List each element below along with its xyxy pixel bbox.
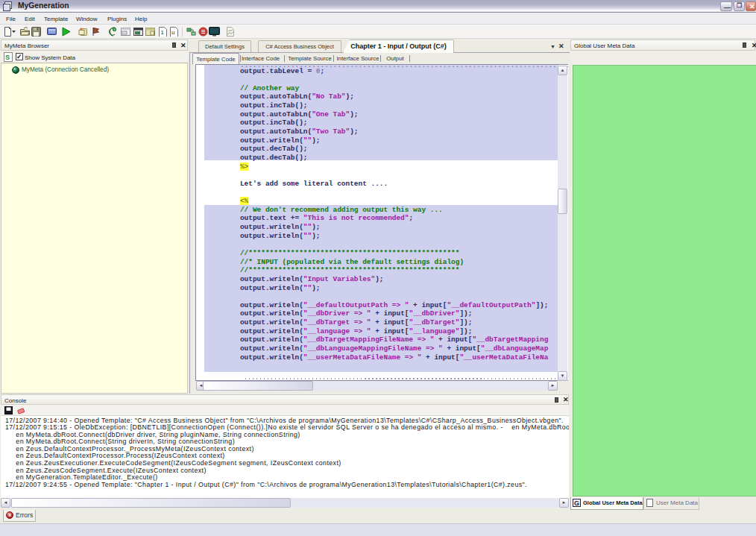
svg-text:G: G	[574, 499, 579, 507]
svg-text:1: 1	[161, 29, 165, 36]
svg-text:u: u	[171, 29, 174, 36]
svg-text:S: S	[5, 54, 10, 61]
